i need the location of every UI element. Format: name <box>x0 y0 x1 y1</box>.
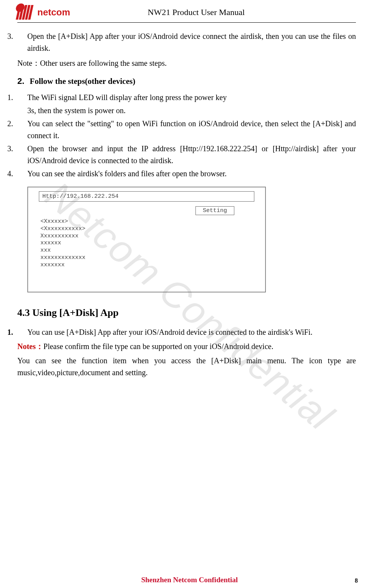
note-text: Note：Other users are following the same … <box>17 57 356 69</box>
setting-button[interactable]: Setting <box>195 206 234 215</box>
notes-label: Notes： <box>17 342 43 351</box>
list-item: <Xxxxxxxxxxx> <box>40 226 261 233</box>
list-item: 4.You can see the airdisk's folders and … <box>17 168 356 180</box>
section-number: 2. <box>17 76 24 86</box>
list-number: 2. <box>17 118 27 130</box>
address-bar[interactable]: Http://192.168.222.254 <box>39 191 254 202</box>
body-text: Open the browser and input the IP addres… <box>27 144 356 165</box>
list-number: 1. <box>17 326 27 338</box>
footer-text: Shenzhen Netcom Confidential <box>0 576 379 584</box>
file-list: <Xxxxxx> <Xxxxxxxxxxx> Xxxxxxxxxxx xxxxx… <box>32 218 261 269</box>
body-text: You can see the function item when you a… <box>17 355 356 379</box>
list-item: xxxxxxx <box>40 262 261 269</box>
body-text: You can see the airdisk's folders and fi… <box>27 169 227 178</box>
body-text: Open the [A+Disk] App after your iOS/And… <box>27 32 356 52</box>
list-item: 3.Open the [A+Disk] App after your iOS/A… <box>17 30 356 54</box>
list-number: 4. <box>17 168 27 180</box>
notes-line: Notes：Please confirm the file type can b… <box>17 341 356 352</box>
list-number: 3. <box>17 30 27 42</box>
body-text: 3s, then the system is power on. <box>17 105 356 117</box>
logo-text: netcom <box>37 7 70 18</box>
logo: netcom <box>17 4 83 21</box>
body-text: Please confirm the file type can be supp… <box>43 342 274 351</box>
list-item: xxxxxx <box>40 240 261 247</box>
page-header: netcom NW21 Product User Manual <box>17 4 356 21</box>
body-text: You can use [A+Disk] App after your iOS/… <box>27 328 312 336</box>
list-item: xxx <box>40 247 261 254</box>
list-item: Xxxxxxxxxxx <box>40 233 261 240</box>
logo-stripes-icon <box>16 5 38 20</box>
section-title: Follow the steps(other devices) <box>30 77 135 86</box>
list-item: <Xxxxxx> <box>40 218 261 226</box>
list-item: xxxxxxxxxxxxx <box>40 254 261 262</box>
section-heading: 4.3 Using [A+Disk] App <box>17 307 356 319</box>
header-divider <box>17 22 356 23</box>
browser-screenshot: Http://192.168.222.254 Setting <Xxxxxx> … <box>27 187 266 292</box>
section-heading: 2.Follow the steps(other devices) <box>17 76 356 86</box>
page-number: 8 <box>355 577 358 584</box>
list-item: 3.Open the browser and input the IP addr… <box>17 143 356 167</box>
body-text: You can select the "setting" to open WiF… <box>27 119 356 140</box>
body-text: The WiFi signal LED will display after l… <box>27 93 227 102</box>
list-number: 1. <box>17 92 27 104</box>
list-item: 1.You can use [A+Disk] App after your iO… <box>17 326 356 338</box>
list-number: 3. <box>17 143 27 155</box>
list-item: 1.The WiFi signal LED will display after… <box>17 92 356 104</box>
page-title: NW21 Product User Manual <box>83 7 356 17</box>
list-item: 2.You can select the "setting" to open W… <box>17 118 356 142</box>
